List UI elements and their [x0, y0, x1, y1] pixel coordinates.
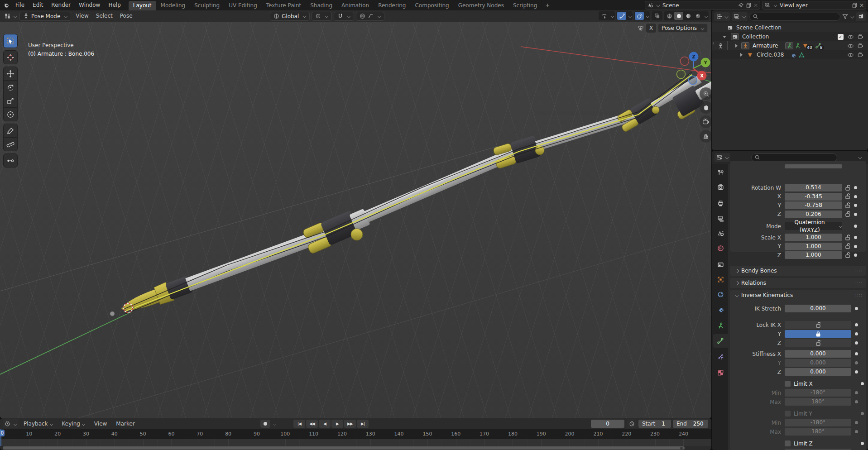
tool-scale[interactable] [3, 94, 18, 108]
add-workspace-button[interactable]: + [542, 2, 553, 9]
row-label[interactable]: Armature [753, 43, 778, 49]
timeline-scrollbar[interactable] [0, 446, 711, 450]
tool-measure[interactable] [3, 137, 18, 151]
animate-dot[interactable] [854, 225, 857, 228]
rotation-y-field[interactable]: -0.758 [785, 201, 842, 209]
properties-tab-collection[interactable] [713, 258, 728, 271]
topbar-menu-render[interactable]: Render [47, 0, 75, 10]
workspace-tab-shading[interactable]: Shading [306, 1, 337, 10]
pose-options-dropdown[interactable]: Pose Options [658, 24, 708, 33]
copy-icon[interactable] [746, 2, 752, 8]
disclosure-triangle-icon[interactable] [735, 44, 738, 48]
stiffness-z-field[interactable]: 0.000 [785, 368, 851, 376]
transport-play[interactable]: ▶ [331, 420, 343, 428]
disclosure-triangle-icon[interactable] [723, 36, 726, 38]
disclosure-triangle-icon[interactable] [740, 53, 743, 57]
blender-logo-icon[interactable] [4, 2, 10, 8]
clipped-field[interactable] [785, 164, 842, 168]
tool-cursor[interactable] [3, 50, 18, 64]
animate-dot[interactable] [854, 245, 857, 248]
frame-start-field[interactable]: Start 1 [638, 420, 671, 428]
show-gizmos-button[interactable] [617, 12, 626, 20]
shading-wireframe-button[interactable] [665, 12, 674, 20]
viewport-menu-view[interactable]: View [72, 10, 92, 22]
lock-open-icon[interactable] [844, 193, 851, 200]
animate-dot[interactable] [855, 341, 858, 345]
properties-tab-texture[interactable] [713, 366, 728, 379]
toggle-ortho-button[interactable] [700, 130, 711, 143]
rotation-mode-dropdown[interactable]: Quaternion (WXYZ) [785, 222, 842, 230]
relations-panel[interactable]: Relations:::: [730, 278, 866, 288]
animate-dot[interactable] [854, 186, 857, 189]
workspace-tab-rendering[interactable]: Rendering [374, 1, 410, 10]
lock-open-icon[interactable] [844, 235, 851, 241]
outliner-row-armature[interactable]: Armature 40 8 [712, 41, 868, 50]
scene-name[interactable]: Scene [662, 2, 736, 9]
animate-dot[interactable] [854, 195, 857, 198]
scale-z-field[interactable]: 1.000 [785, 251, 842, 259]
ik-stretch-field[interactable]: 0.000 [785, 305, 851, 312]
timeline-editor[interactable]: Playback Keying View Marker |◀◀◀◀▶▶▶▶| 0… [0, 418, 711, 450]
camera-view-button[interactable] [700, 115, 711, 128]
properties-search-input[interactable] [751, 153, 837, 162]
rotation-w-field[interactable]: 0.514 [785, 184, 842, 191]
menu-keying[interactable]: Keying [58, 419, 89, 429]
topbar-menu-file[interactable]: File [11, 0, 29, 10]
workspace-tab-sculpting[interactable]: Sculpting [190, 1, 224, 10]
ik-panel-header[interactable]: Inverse Kinematics:::: [730, 290, 866, 300]
xray-toggle-button[interactable] [652, 12, 662, 20]
pan-view-button[interactable] [700, 101, 711, 114]
armature-data-icon[interactable] [795, 43, 801, 49]
bendy-bones-panel[interactable]: Bendy Bones:::: [730, 266, 866, 276]
pin-icon[interactable] [738, 2, 744, 8]
properties-tab-data[interactable] [713, 319, 728, 332]
show-object-types-dropdown[interactable] [599, 11, 615, 20]
animate-dot[interactable] [855, 352, 858, 355]
snap-toggle[interactable] [334, 12, 354, 21]
hide-eye-icon[interactable] [848, 34, 854, 40]
new-collection-button[interactable] [856, 12, 866, 21]
pivot-point-dropdown[interactable] [312, 12, 332, 21]
properties-tab-object[interactable] [713, 273, 728, 286]
remove-viewlayer-icon[interactable]: ✕ [859, 2, 864, 9]
copy-icon[interactable] [852, 2, 858, 8]
region-collapse-chevron-icon[interactable]: ‹ [712, 40, 714, 46]
properties-tab-render[interactable] [713, 180, 728, 194]
animate-dot[interactable] [854, 236, 857, 239]
show-overlays-button[interactable] [635, 12, 644, 20]
modifier-wrench-icon[interactable] [790, 52, 796, 58]
workspace-tab-geometry-nodes[interactable]: Geometry Nodes [454, 1, 508, 10]
hide-eye-icon[interactable] [848, 43, 854, 49]
lock-open-icon[interactable] [844, 211, 851, 217]
row-label[interactable]: Collection [742, 34, 769, 40]
animate-dot[interactable] [855, 332, 858, 335]
menu-view[interactable]: View [90, 419, 111, 429]
shading-solid-button[interactable] [674, 12, 683, 20]
transport-jump-to-start[interactable]: |◀ [293, 420, 305, 428]
properties-editor-type-button[interactable] [715, 153, 730, 162]
shading-rendered-button[interactable] [693, 12, 702, 20]
properties-tab-constraints[interactable] [713, 302, 728, 316]
properties-tab-physics[interactable] [713, 287, 728, 301]
viewport-3d[interactable]: Pose Mode ViewSelectPose Global [0, 10, 711, 418]
properties-tab-world[interactable] [713, 241, 728, 255]
outliner-filter-button[interactable] [842, 14, 854, 19]
use-preview-range-button[interactable] [627, 419, 637, 428]
mode-selector[interactable]: Pose Mode [19, 12, 71, 21]
outliner-editor[interactable]: Scene Collection Collection ✓ Armature [712, 10, 868, 150]
outliner-row-collection[interactable]: Collection ✓ [712, 32, 868, 41]
hide-eye-icon[interactable] [848, 52, 854, 58]
workspace-tab-layout[interactable]: Layout [129, 1, 156, 10]
overlays-toggle-group[interactable] [634, 11, 650, 20]
transport-play-reverse[interactable]: ◀ [319, 420, 331, 428]
properties-editor[interactable]: Rotation W 0.514 X -0.345 Y -0.758 Z 0.2… [712, 151, 868, 450]
workspace-tab-uv-editing[interactable]: UV Editing [224, 1, 262, 10]
limit-z-checkbox[interactable] [785, 440, 791, 446]
disable-render-camera-icon[interactable] [858, 52, 863, 58]
topbar-menu-window[interactable]: Window [75, 0, 104, 10]
animate-dot[interactable] [854, 254, 857, 257]
scale-x-field[interactable]: 1.000 [785, 234, 842, 241]
mirror-butterfly-icon[interactable] [637, 24, 644, 32]
shading-material-button[interactable] [684, 12, 693, 20]
outliner-search-input[interactable] [749, 13, 840, 21]
